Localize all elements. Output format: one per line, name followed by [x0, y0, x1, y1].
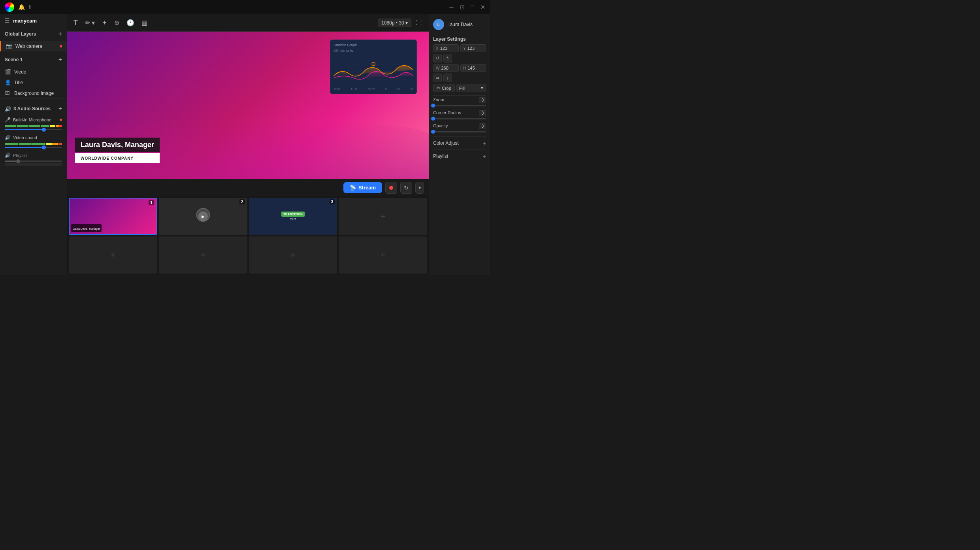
add-scene-7-icon: +: [290, 250, 296, 260]
scene-thumb-7[interactable]: +: [249, 236, 337, 274]
redo-button[interactable]: ↻: [443, 54, 452, 62]
scene-thumb-5[interactable]: +: [69, 236, 157, 274]
video-sound-label: Video sound: [13, 135, 62, 140]
toolbar: T ✏ ▾ ✦ ⊕ 🕐 ▦ 1080p • 30 ▾ ⛶: [67, 14, 429, 32]
scene1-content: Laura Davis, Manager: [70, 198, 156, 234]
corner-radius-slider[interactable]: [433, 118, 486, 119]
zoom-slider-row: Zoom 0: [433, 97, 486, 106]
mic-volume-slider[interactable]: [5, 129, 62, 130]
add-scene-8-icon: +: [381, 250, 386, 260]
stream-icon: 📡: [350, 185, 356, 191]
audio-source-mic: 🎤 Build-in Microphone: [0, 115, 67, 133]
chevron-down-icon: ▾: [418, 185, 421, 191]
transition-label: TRANSITION: [281, 212, 305, 217]
corner-radius-label: Corner Radius: [433, 110, 461, 116]
scene1-title: Scene 1: [5, 57, 23, 62]
minimize-button[interactable]: ─: [450, 4, 454, 10]
audio-icon: 🔊: [5, 106, 11, 112]
global-layers-add-button[interactable]: +: [58, 30, 62, 38]
corner-radius-label-row: Corner Radius 0: [433, 110, 486, 116]
corner-radius-slider-row: Corner Radius 0: [433, 110, 486, 119]
crop-icon: ✂: [437, 85, 440, 91]
aspect-button[interactable]: ↕: [443, 74, 452, 82]
crop-button[interactable]: ✂ Crop: [433, 84, 455, 92]
logo: manycam: [13, 18, 37, 24]
menu-button[interactable]: ☰: [5, 17, 10, 24]
zoom-slider[interactable]: [433, 105, 486, 106]
scene-thumb-4[interactable]: +: [339, 198, 427, 235]
color-adjust-title: Color Adjust: [433, 140, 459, 146]
color-adjust-section[interactable]: Color Adjust +: [433, 138, 486, 148]
fit-button[interactable]: ⇔: [433, 74, 442, 82]
mic-label: Build-in Microphone: [13, 117, 57, 122]
stream-button[interactable]: 📡 Stream: [343, 182, 382, 193]
title-icon: 👤: [5, 79, 11, 85]
magic-tool-button[interactable]: ✦: [102, 19, 107, 26]
undo-button[interactable]: ↺: [433, 54, 442, 62]
w-field: W 260: [433, 64, 459, 72]
w-label: W: [436, 66, 439, 70]
audio-section: 🔊 3 Audio Sources + 🎤 Build-in Microphon…: [0, 98, 67, 170]
preview-canvas: Statistic Graph All moments: [67, 32, 429, 179]
person-tool-button[interactable]: ⊕: [114, 19, 119, 26]
playlist-slider[interactable]: [5, 161, 62, 162]
background-icon: 🖼: [5, 90, 11, 96]
playlist-icon: 🔊: [5, 153, 11, 158]
user-avatar: L: [433, 19, 444, 30]
sidebar-item-title[interactable]: 👤 Title: [0, 77, 67, 88]
corner-radius-value: 0: [479, 110, 486, 116]
sidebar-item-background[interactable]: 🖼 Background image: [0, 88, 67, 98]
video-sound-slider[interactable]: [5, 147, 62, 148]
fullscreen-button[interactable]: ⛶: [416, 19, 422, 26]
titlebar: 🔔 ℹ ─ ⊡ □ ✕: [0, 0, 490, 14]
video-icon: 🎬: [5, 69, 11, 75]
fill-select[interactable]: Fill ▾: [456, 84, 486, 92]
toolbar-right: 1080p • 30 ▾ ⛶: [378, 19, 422, 27]
scene3-content: TRANSITION CUT: [249, 198, 337, 235]
left-sidebar: ☰ manycam Global Layers + 📷 Web camera S…: [0, 14, 67, 275]
opacity-slider[interactable]: [433, 131, 486, 132]
notification-icon[interactable]: 🔔: [18, 4, 25, 10]
audio-sources-title: 3 Audio Sources: [13, 106, 51, 112]
h-label: H: [463, 66, 466, 70]
sidebar-item-webcam[interactable]: 📷 Web camera: [0, 41, 67, 51]
info-icon[interactable]: ℹ: [29, 4, 31, 10]
restore-button[interactable]: ⊡: [460, 4, 465, 10]
audio-add-button[interactable]: +: [58, 105, 62, 112]
playlist-title: Playlist: [433, 153, 448, 159]
webcam-label: Web camera: [15, 43, 57, 49]
x-label: X: [436, 46, 439, 51]
record-button[interactable]: [385, 182, 397, 194]
scene-thumb-8[interactable]: +: [339, 236, 427, 274]
clock-tool-button[interactable]: 🕐: [126, 19, 134, 26]
divider-3: [433, 149, 486, 150]
pen-tool-button[interactable]: ✏ ▾: [85, 19, 95, 26]
sync-button[interactable]: ↻: [400, 182, 412, 194]
video-sound-meter: [5, 143, 62, 145]
opacity-value: 0: [479, 123, 486, 129]
divider-1: [433, 95, 486, 96]
expand-button[interactable]: ▾: [415, 182, 424, 194]
wh-row: W 260 H 145 ⇔ ↕: [433, 64, 486, 82]
sidebar-item-viedo[interactable]: 🎬 Viedo: [0, 66, 67, 77]
scene-thumb-3[interactable]: TRANSITION CUT 3: [249, 198, 337, 235]
toolbar-tools: T ✏ ▾ ✦ ⊕ 🕐 ▦: [74, 19, 147, 27]
grid-tool-button[interactable]: ▦: [141, 19, 147, 26]
playlist-meter: [5, 163, 62, 166]
scene2-number: 2: [239, 199, 245, 204]
scene1-add-button[interactable]: +: [58, 56, 62, 63]
scene1-header: Scene 1 +: [0, 53, 67, 66]
global-layers-title: Global Layers: [5, 31, 36, 37]
scene-thumb-6[interactable]: +: [159, 236, 247, 274]
maximize-button[interactable]: □: [471, 4, 474, 10]
scene-thumb-1[interactable]: Laura Davis, Manager 1: [69, 198, 157, 235]
scene-thumb-2[interactable]: ▶ 2: [159, 198, 247, 235]
resolution-selector[interactable]: 1080p • 30 ▾: [378, 19, 411, 27]
titlebar-left: 🔔 ℹ: [5, 2, 31, 12]
audio-header: 🔊 3 Audio Sources +: [0, 102, 67, 115]
audio-source-playlist: 🔊 Playlist: [0, 151, 67, 170]
text-tool-button[interactable]: T: [74, 19, 78, 27]
divider-2: [433, 136, 486, 137]
close-button[interactable]: ✕: [481, 4, 485, 10]
playlist-section[interactable]: Playlist +: [433, 151, 486, 161]
